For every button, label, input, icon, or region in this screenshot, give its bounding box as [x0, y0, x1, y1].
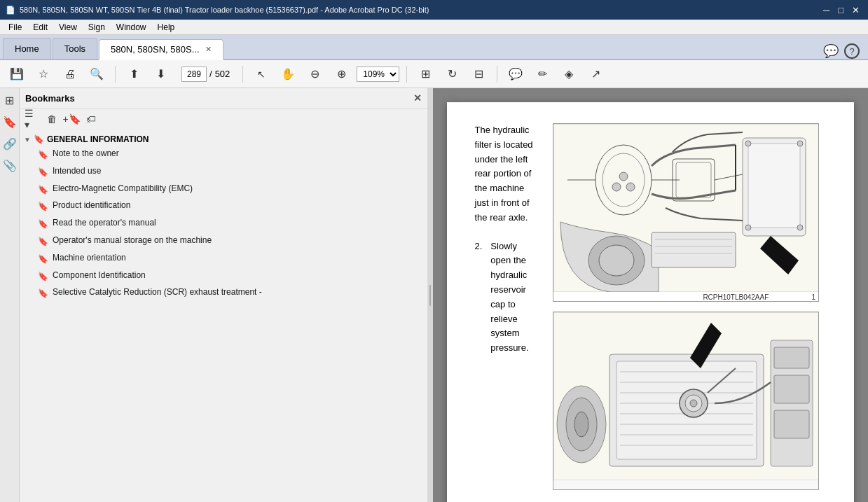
hydraulic-diagram-1 — [553, 124, 819, 292]
menu-bar: File Edit View Sign Window Help — [0, 20, 868, 35]
pdf-right-column: RCPH10TLB042AAF 1 — [553, 123, 826, 490]
bookmark-intended-label: Intended use — [53, 165, 101, 177]
step-2-text: Slowly open the hydraulic reservoir cap … — [490, 239, 539, 356]
bookmark-note-label: Note to the owner — [53, 148, 119, 160]
bookmarks-tag-btn[interactable]: 🏷 — [83, 111, 99, 127]
svg-point-8 — [612, 183, 621, 191]
minimize-button[interactable]: ─ — [820, 5, 832, 15]
bookmark-component-icon: 🔖 — [38, 271, 48, 283]
bookmark-section-label: GENERAL INFORMATION — [47, 134, 149, 144]
bookmark-item-product[interactable]: 🔖 Product identification — [24, 197, 423, 215]
menu-file[interactable]: File — [3, 21, 27, 34]
bookmark-scr-label: Selective Catalytic Reduction (SCR) exha… — [53, 286, 262, 298]
svg-point-14 — [797, 141, 803, 146]
comment-button[interactable]: 💬 — [504, 63, 527, 85]
toolbar: 💾 ☆ 🖨 🔍 ⬆ ⬇ 289 / 502 ↖ ✋ ⊖ ⊕ 109% ⊞ ↻ ⊟… — [0, 60, 868, 88]
sidebar-icon-links[interactable]: 🔗 — [3, 137, 17, 151]
prev-page-button[interactable]: ⬆ — [123, 63, 145, 85]
svg-point-43 — [574, 412, 588, 437]
bookmarks-add-btn[interactable]: +🔖 — [63, 111, 80, 127]
menu-help[interactable]: Help — [152, 21, 181, 34]
chat-icon[interactable]: 💬 — [823, 43, 839, 59]
tab-tools[interactable]: Tools — [53, 38, 97, 59]
menu-sign[interactable]: Sign — [83, 21, 111, 34]
pdf-image-2 — [553, 312, 819, 490]
bookmark-item-scr[interactable]: 🔖 Selective Catalytic Reduction (SCR) ex… — [24, 284, 423, 302]
bookmark-item-note[interactable]: 🔖 Note to the owner — [24, 146, 423, 163]
pdf-step-2: 2. Slowly open the hydraulic reservoir c… — [475, 239, 539, 356]
zoom-in-button[interactable]: ⊕ — [330, 63, 352, 85]
menu-window[interactable]: Window — [111, 21, 152, 34]
bookmarks-list: ▼ 🔖 GENERAL INFORMATION 🔖 Note to the ow… — [20, 130, 427, 502]
bookmark-section-header[interactable]: ▼ 🔖 GENERAL INFORMATION — [24, 133, 423, 146]
app-icon: 📄 — [6, 6, 15, 15]
save-button[interactable]: 💾 — [6, 63, 28, 85]
bookmarks-title: Bookmarks — [25, 93, 75, 104]
bookmarks-toolbar: ☰ ▾ 🗑 +🔖 🏷 — [20, 109, 427, 130]
tab-home[interactable]: Home — [3, 38, 51, 59]
sidebar-icon-pages[interactable]: ⊞ — [5, 94, 14, 107]
hand-tool-button[interactable]: ✋ — [277, 63, 299, 85]
bookmark-component-label: Component Identification — [53, 270, 146, 281]
bookmark-item-read[interactable]: 🔖 Read the operator's manual — [24, 215, 423, 232]
pdf-left-column: The hydraulic filter is located under th… — [475, 123, 539, 367]
bookmarks-close-button[interactable]: ✕ — [413, 92, 422, 104]
step-number: 2. — [475, 239, 483, 356]
sidebar-icon-bookmarks[interactable]: 🔖 — [3, 116, 17, 129]
rotate-button[interactable]: ↻ — [441, 63, 463, 85]
main-layout: ⊞ 🔖 🔗 📎 Bookmarks ✕ ☰ ▾ 🗑 +🔖 🏷 ▼ 🔖 GENER… — [0, 88, 868, 502]
bookmark-storage-label: Operator's manual storage on the machine — [53, 235, 212, 246]
print-button[interactable]: 🖨 — [59, 63, 81, 85]
bookmark-item-component[interactable]: 🔖 Component Identification — [24, 267, 423, 285]
tab-document[interactable]: 580N, 580SN, 580S... ✕ — [99, 39, 223, 60]
marquee-button[interactable]: ⊟ — [467, 63, 490, 85]
collapse-icon: ▼ — [24, 136, 31, 144]
svg-point-40 — [690, 400, 697, 407]
bookmarks-delete-btn[interactable]: 🗑 — [43, 111, 60, 127]
sidebar-icon-attachments[interactable]: 📎 — [3, 159, 17, 172]
hydraulic-diagram-2 — [553, 312, 819, 480]
zoom-out-button[interactable]: ⊖ — [303, 63, 326, 85]
menu-view[interactable]: View — [53, 21, 83, 34]
divider-4 — [497, 66, 497, 83]
bookmarks-expand-btn[interactable]: ☰ ▾ — [24, 111, 41, 127]
search-button[interactable]: 🔍 — [85, 63, 108, 85]
fit-page-button[interactable]: ⊞ — [414, 63, 436, 85]
share-button[interactable]: ↗ — [584, 63, 607, 85]
svg-point-15 — [745, 225, 751, 230]
page-number-input[interactable]: 289 — [181, 67, 207, 82]
zoom-select[interactable]: 109% — [357, 67, 399, 82]
svg-rect-19 — [652, 232, 736, 267]
panel-resizer[interactable] — [427, 88, 433, 502]
select-tool-button[interactable]: ↖ — [250, 63, 273, 85]
bookmark-item-orientation[interactable]: 🔖 Machine orientation — [24, 250, 423, 267]
pdf-area[interactable]: The hydraulic filter is located under th… — [433, 88, 869, 502]
tab-close-button[interactable]: ✕ — [205, 45, 212, 54]
svg-point-10 — [619, 172, 628, 181]
bookmarks-header: Bookmarks ✕ — [20, 88, 427, 109]
bookmark-item-emc[interactable]: 🔖 Electro-Magnetic Compatibility (EMC) — [24, 181, 423, 198]
svg-point-18 — [599, 245, 634, 276]
sidebar-icons: ⊞ 🔖 🔗 📎 — [0, 88, 20, 502]
bookmark-note-icon: 🔖 — [38, 149, 48, 161]
maximize-button[interactable]: □ — [835, 5, 846, 15]
svg-point-9 — [626, 183, 635, 191]
page-navigation: 289 / 502 — [181, 67, 230, 82]
menu-edit[interactable]: Edit — [27, 21, 53, 34]
bookmark-item-storage[interactable]: 🔖 Operator's manual storage on the machi… — [24, 232, 423, 250]
highlight-button[interactable]: ✏ — [531, 63, 553, 85]
bookmark-read-label: Read the operator's manual — [53, 217, 156, 229]
bookmark-read-icon: 🔖 — [38, 218, 48, 230]
bookmark-emc-icon: 🔖 — [38, 184, 48, 196]
pdf-page: The hydraulic filter is located under th… — [447, 102, 855, 502]
help-icon[interactable]: ? — [844, 43, 860, 59]
bookmark-orientation-icon: 🔖 — [38, 253, 48, 265]
next-page-button[interactable]: ⬇ — [149, 63, 172, 85]
close-button[interactable]: ✕ — [849, 5, 862, 15]
bookmark-item-intended[interactable]: 🔖 Intended use — [24, 163, 423, 181]
tab-bar: Home Tools 580N, 580SN, 580S... ✕ 💬 ? — [0, 35, 868, 60]
bookmark-button[interactable]: ☆ — [32, 63, 55, 85]
stamp-button[interactable]: ◈ — [558, 63, 580, 85]
bookmarks-panel: Bookmarks ✕ ☰ ▾ 🗑 +🔖 🏷 ▼ 🔖 GENERAL INFOR… — [20, 88, 427, 502]
bookmark-emc-label: Electro-Magnetic Compatibility (EMC) — [53, 183, 193, 195]
